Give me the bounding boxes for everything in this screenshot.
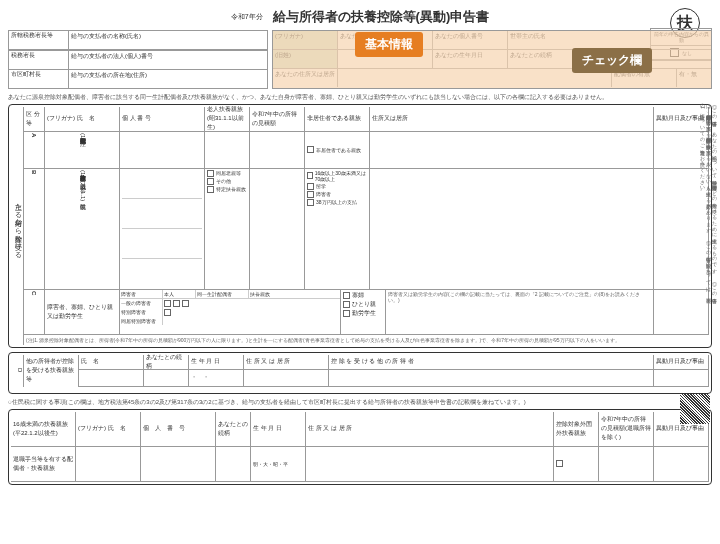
check-column-tag: チェック欄 (572, 48, 652, 73)
jusho-header: 住所又は居所 (370, 107, 654, 131)
d-rel-field[interactable] (144, 370, 189, 386)
d-ido-field[interactable] (654, 370, 709, 386)
a-address-field[interactable] (370, 132, 654, 168)
section-d-title: 他の所得者が控除を受ける扶養親族等 (24, 355, 79, 387)
d-h9: 異動月日及び事由 (654, 355, 709, 369)
j-h6: 控除対象外国外扶養親族 (554, 412, 599, 446)
kubun-header: 区 分 等 (24, 107, 45, 131)
section-d-label: D (11, 355, 24, 387)
shimei-header: (フリガナ) 氏 名 (45, 107, 120, 131)
main-vert-label: 主たる給与から控除を受ける (11, 107, 24, 345)
b-address-field[interactable] (370, 169, 654, 289)
section-d-table: D 他の所得者が控除を受ける扶養親族等 氏 名 あなたとの続柄 生 年 月 日 … (8, 352, 712, 394)
b-fields[interactable] (120, 169, 205, 289)
main-deduction-table: 主たる給与から控除を受ける 区 分 等 (フリガナ) 氏 名 個 人 番 号 老… (8, 104, 712, 348)
j2-income[interactable] (599, 447, 654, 481)
j-h4: 生 年 月 日 (251, 412, 306, 446)
tax-chief-label: 税務署長 (9, 51, 69, 69)
d-name-field[interactable] (79, 370, 144, 386)
jumin-note: ○住民税に関する事項(この欄は、地方税法第45条の3の2及び第317条の3の2に… (8, 398, 712, 407)
a-nonres-field[interactable]: 非居住者である親族 (305, 132, 370, 168)
j-h2: 個 人 番 号 (141, 412, 216, 446)
b-type-checks[interactable]: 同居老親等その他特定扶養親族 (205, 169, 250, 289)
b-income-field[interactable] (250, 169, 305, 289)
a-kojin-field[interactable] (120, 132, 205, 168)
d-h3: 生 年 月 日 (189, 355, 244, 369)
c-status-checks[interactable]: 寡婦 ひとり親 勤労学生 (341, 290, 386, 334)
section-a-label: A (24, 132, 45, 168)
c-ido-field[interactable] (654, 290, 709, 334)
qr-code-icon (680, 394, 710, 424)
j-h7: 令和7年中の所得の見積額(退職所得を除く) (599, 412, 654, 446)
city-chief-label: 市区町村長 (9, 70, 69, 88)
c-disability-grid[interactable]: 障害者 本人 同一生計配偶者 扶養親族 一般の障害者 特別障害者 同居特別障害者 (120, 290, 341, 334)
section-b-title: 控除対象扶養親族(16歳以上)(平22.1.1以前生) (45, 169, 120, 289)
right-instructions: ◎この申告書は、あなたの給与について扶養控除、障害者控除などの控除を受けるために… (708, 100, 718, 300)
d-h5: 控 除 を 受 け る 他 の 所 得 者 (329, 355, 654, 369)
authority-boxes: 所轄税務署長等給与の支払者の名称(氏名) 税務署長給与の支払者の法人(個人)番号… (8, 30, 268, 89)
note-c: (注)1.源泉控除対象配偶者とは、所得者(令和7年中の所得の見積額が900万円以… (24, 335, 709, 345)
j-h3: あなたとの続柄 (216, 412, 251, 446)
payer-name-label: 給与の支払者の名称(氏名) (69, 31, 267, 49)
rourei-header: 老人扶養親族 (昭31.1.1以前生) (205, 107, 250, 131)
d-h4: 住 所 又 は 居 所 (244, 355, 329, 369)
j-h1: (フリガナ) 氏 名 (76, 412, 141, 446)
section-a-title: 源泉控除対象配偶者(注1) (45, 132, 120, 168)
reiwa7-header: 令和7年中の所得の見積額 (250, 107, 305, 131)
j2-birth[interactable]: 明・大・昭・平 (251, 447, 306, 481)
section-c-title: 障害者、寡婦、ひとり親又は勤労学生 (45, 290, 120, 334)
j2-foreign[interactable] (554, 447, 599, 481)
payer-number-label: 給与の支払者の法人(個人)番号 (69, 51, 267, 69)
j2-rel[interactable] (216, 447, 251, 481)
year-label: 令和7年分 (231, 12, 263, 22)
d-birth-field[interactable]: ・ ・ (189, 370, 244, 386)
payer-address-label: 給与の支払者の所在地(住所) (69, 70, 267, 88)
d-h2: あなたとの続柄 (144, 355, 189, 369)
basic-info-tag: 基本情報 (355, 32, 423, 57)
tax-office-label: 所轄税務署長等 (9, 31, 69, 49)
b-nonres-checks[interactable]: 16歳以上30歳未満又は70歳以上留学障害者38万円以上の支払 (305, 169, 370, 289)
section-b-label: B (24, 169, 45, 289)
hikyoju-header: 非居住者である親族 (305, 107, 370, 131)
c-content-field[interactable]: 障害者又は勤労学生の内容(この欄の記載に当たっては、裏面の「2 記載についてのご… (386, 290, 654, 334)
d-addr-field[interactable] (244, 370, 329, 386)
jumin-title1: 16歳未満の扶養親族(平22.1.2以後生) (11, 412, 76, 446)
jumin-title2: 退職手当等を有する配偶者・扶養親族 (11, 447, 76, 481)
j2-addr[interactable] (306, 447, 554, 481)
a-income-field[interactable] (250, 132, 305, 168)
doc-title: 給与所得者の扶養控除等(異動)申告書 (273, 8, 490, 26)
instruction-note-1: あなたに源泉控除対象配偶者、障害者に該当する同一生計配偶者及び扶養親族がなく、か… (8, 93, 712, 102)
j2-name[interactable] (76, 447, 141, 481)
j-h5: 住 所 又 は 居 所 (306, 412, 554, 446)
kojin-header: 個 人 番 号 (120, 107, 205, 131)
a-rourei-field[interactable] (205, 132, 250, 168)
section-c-label: C (24, 290, 45, 334)
j2-num[interactable] (141, 447, 216, 481)
j2-ido[interactable] (654, 447, 709, 481)
d-h1: 氏 名 (79, 355, 144, 369)
d-other-field[interactable] (329, 370, 654, 386)
jumin-table: 16歳未満の扶養親族(平22.1.2以後生) (フリガナ) 氏 名 個 人 番 … (8, 409, 712, 485)
